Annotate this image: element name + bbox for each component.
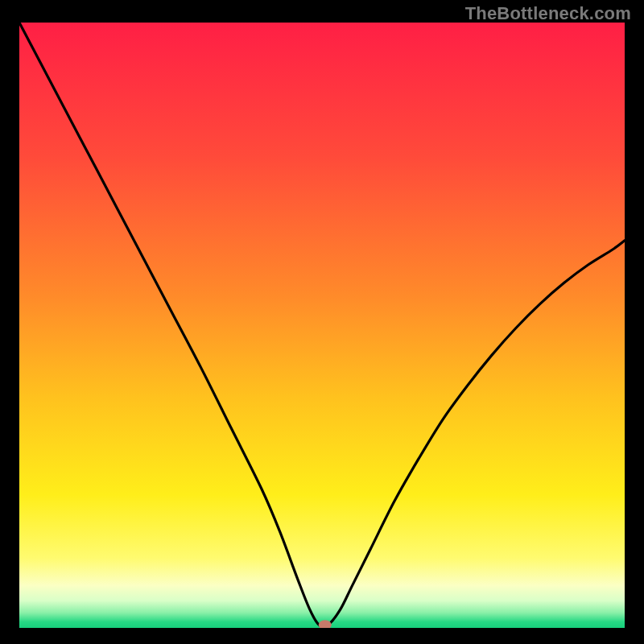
plot-area xyxy=(19,23,625,628)
chart-frame: TheBottleneck.com xyxy=(0,0,644,644)
gradient-background xyxy=(19,23,625,628)
watermark-text: TheBottleneck.com xyxy=(465,3,631,24)
bottleneck-chart xyxy=(19,23,625,628)
